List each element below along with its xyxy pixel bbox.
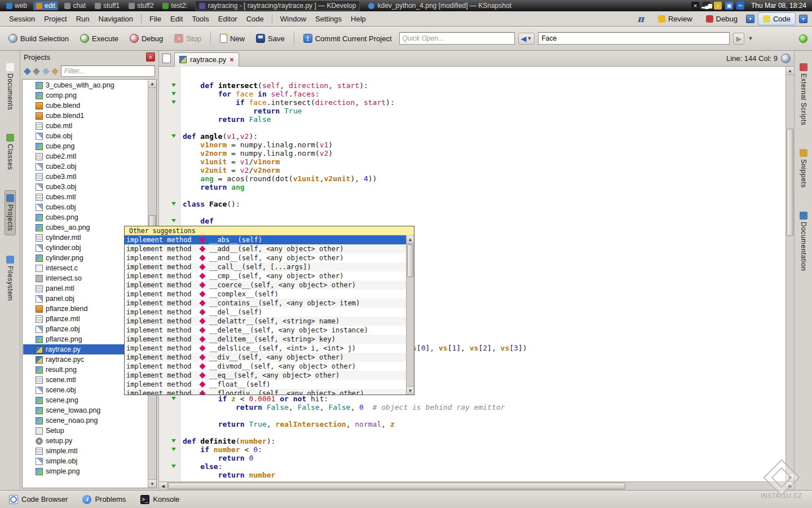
menu-tools[interactable]: Tools [187, 12, 213, 25]
completion-item[interactable]: implement method__divmod__(self, <any ob… [125, 362, 406, 371]
editor-hscrollbar[interactable]: ◀ ▶ [159, 481, 794, 490]
fold-marker-icon[interactable] [171, 202, 176, 205]
tree-item-cube-png[interactable]: cube.png [23, 141, 147, 151]
menu-settings[interactable]: Settings [311, 12, 346, 25]
scroll-up-icon[interactable]: ▲ [407, 235, 414, 244]
editor-scrollbar[interactable]: ▲ ▼ [785, 67, 794, 481]
tree-item-cube2-obj[interactable]: cube2.obj [23, 161, 147, 172]
tree-item-cube3-mtl[interactable]: cube3.mtl [23, 172, 147, 182]
menu-file[interactable]: File [145, 12, 166, 25]
tree-item-raytrace-py[interactable]: raytrace.py [23, 344, 125, 354]
sidebar-tab-documentation[interactable]: Documentation [798, 208, 809, 274]
prune-icon[interactable] [52, 67, 59, 76]
taskbar-window-stuff1[interactable]: stuff1 [92, 1, 122, 10]
tree-item-cubes-mtl[interactable]: cubes.mtl [23, 192, 147, 202]
tree-item-cubes-png[interactable]: cubes.png [23, 212, 147, 222]
volume-icon[interactable]: ♪ [714, 2, 722, 10]
completion-item[interactable]: implement method__div__(self, <any objec… [125, 353, 406, 362]
tree-item-simple-mtl[interactable]: simple.mtl [23, 446, 147, 456]
taskbar-window-stuff2[interactable]: stuff2 [126, 1, 156, 10]
hint-bulb-icon[interactable] [799, 34, 807, 43]
scroll-down-icon[interactable]: ▼ [407, 386, 414, 395]
tree-item-cube-mtl[interactable]: cube.mtl [23, 121, 147, 131]
completion-item[interactable]: implement method__float__(self) [125, 380, 406, 389]
new-button[interactable]: New [216, 32, 249, 45]
install-icon[interactable] [42, 67, 50, 76]
completion-item[interactable]: implement method__and__(self, <any objec… [125, 253, 406, 262]
taskbar-window-chat[interactable]: chat [61, 1, 89, 10]
sidebar-tab-classes[interactable]: Classes [5, 130, 15, 173]
menu-help[interactable]: Help [346, 12, 370, 25]
menu-run[interactable]: Run [72, 12, 94, 25]
fold-marker-icon[interactable] [171, 100, 176, 104]
area-dropdown-icon[interactable]: ▾ [746, 15, 754, 23]
menu-session[interactable]: Session [5, 12, 39, 25]
build-selection-button[interactable]: Build Selection [5, 32, 73, 45]
sidebar-tab-snippets[interactable]: Snippets [798, 146, 809, 191]
tree-item-cubes-obj[interactable]: cubes.obj [23, 202, 147, 212]
klipper-icon[interactable]: ✂ [736, 2, 744, 10]
taskbar-active-window[interactable]: raytracing - [ raytracing/raytrace.py ] … [195, 1, 360, 11]
completion-item[interactable]: implement method__delattr__(self, <strin… [125, 317, 406, 326]
completion-item[interactable]: implement method__del__(self) [125, 308, 406, 317]
execute-button[interactable]: Execute [76, 32, 122, 45]
tab-raytrace-py[interactable]: raytrace.py × [174, 52, 239, 67]
sidebar-tab-projects[interactable]: Projects [5, 190, 16, 235]
menu-edit[interactable]: Edit [166, 12, 187, 25]
completion-item[interactable]: implement method__call__(self, [...args]… [125, 262, 406, 271]
area-dropdown-icon[interactable]: ▾ [799, 15, 807, 23]
scrollbar-thumb[interactable] [407, 244, 413, 277]
save-button[interactable]: Save [252, 32, 289, 45]
tree-item-cube-blend1[interactable]: cube.blend1 [23, 111, 147, 121]
x11-icon[interactable]: × [691, 2, 699, 10]
fold-marker-icon[interactable] [171, 397, 176, 400]
taskbar-window-test2[interactable]: test2: [160, 1, 190, 10]
completion-item[interactable]: implement method__contains__(self, <any … [125, 299, 406, 308]
fold-marker-icon[interactable] [171, 219, 176, 222]
tree-item-scene-noao-png[interactable]: scene_noao.png [23, 415, 147, 426]
navigate-back-button[interactable]: ◀ ▼ [518, 33, 535, 45]
fold-marker-icon[interactable] [171, 134, 176, 138]
tree-item-Setup[interactable]: Setup [23, 426, 147, 436]
completion-scrollbar[interactable]: ▲ ▼ [406, 235, 414, 395]
commit-button[interactable]: ↥ Commit Current Project [299, 32, 396, 45]
tree-item-scene-png[interactable]: scene.png [23, 395, 147, 405]
sidebar-tab-external-scripts[interactable]: External Scripts [798, 60, 809, 129]
tree-item-cube-blend[interactable]: cube.blend [23, 100, 147, 111]
menu-project[interactable]: Project [39, 12, 71, 25]
reload-icon[interactable] [24, 67, 31, 76]
tree-item-cube-obj[interactable]: cube.obj [23, 131, 147, 141]
completion-item[interactable]: implement method__cmp__(self, <any objec… [125, 271, 406, 281]
network-monitor-icon[interactable]: ▣ [725, 2, 733, 10]
completion-item[interactable]: implement method__complex__(self) [125, 290, 406, 299]
completion-item[interactable]: implement method__abs__(self) [125, 235, 406, 244]
tree-item-simple-png[interactable]: simple.png [23, 466, 147, 476]
toolview-button-code-browser[interactable]: Code Browser [6, 493, 71, 506]
search-input[interactable] [538, 32, 730, 45]
fold-marker-icon[interactable] [171, 92, 176, 95]
menu-window[interactable]: Window [276, 12, 311, 25]
scroll-up-icon[interactable]: ▲ [786, 67, 794, 75]
taskbar-secondary-window[interactable]: kdev_python_4.png [modified] — KSnapshot [364, 1, 515, 11]
scrollbar-thumb[interactable] [168, 483, 625, 489]
completion-item[interactable]: implement method__eq__(self, <any object… [125, 371, 406, 380]
fold-marker-icon[interactable] [171, 448, 176, 451]
document-list-icon[interactable] [162, 54, 171, 63]
tree-item-setup-py[interactable]: setup.py [23, 436, 147, 446]
quick-open-input[interactable] [399, 32, 515, 45]
fold-marker-icon[interactable] [171, 84, 176, 87]
build-icon[interactable] [33, 67, 41, 76]
completion-item[interactable]: implement method__delitem__(self, <strin… [125, 335, 406, 344]
taskbar-window-edit[interactable]: edit [33, 1, 58, 10]
chevron-down-icon[interactable]: ▼ [748, 36, 753, 41]
tree-item-cube2-mtl[interactable]: cube2.mtl [23, 151, 147, 161]
filter-input[interactable] [61, 65, 155, 77]
scroll-down-icon[interactable]: ▼ [148, 479, 156, 488]
debug-button[interactable]: Debug [126, 32, 167, 45]
menu-navigation[interactable]: Navigation [94, 12, 138, 25]
tree-item-simple-obj[interactable]: simple.obj [23, 456, 147, 466]
toolview-button-konsole[interactable]: >_Konsole [137, 493, 183, 506]
fold-marker-icon[interactable] [171, 439, 176, 443]
completion-item[interactable]: implement method__add__(self, <any objec… [125, 244, 406, 253]
tree-item-scene-lowao-png[interactable]: scene_lowao.png [23, 405, 147, 415]
